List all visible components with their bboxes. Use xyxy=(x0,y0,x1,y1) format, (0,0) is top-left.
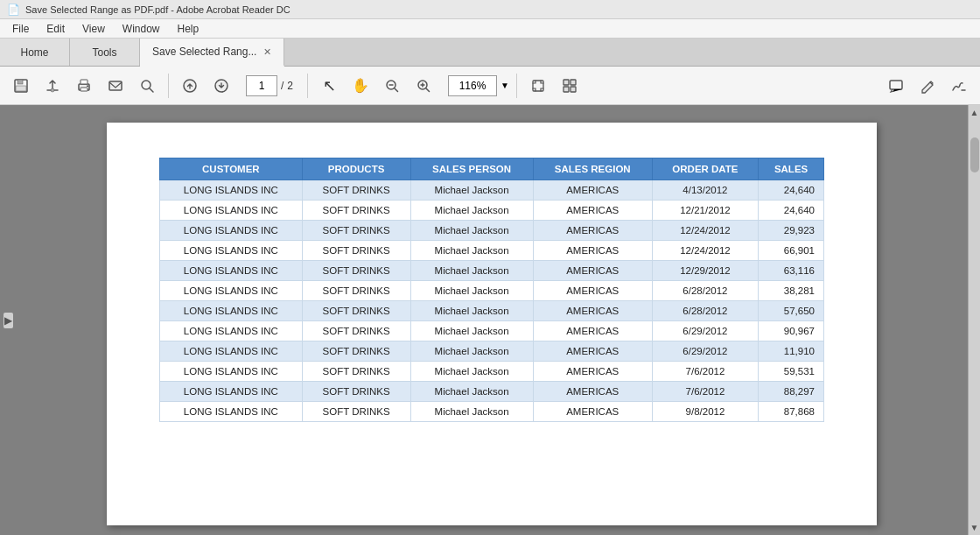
table-cell: LONG ISLANDS INC xyxy=(160,362,303,382)
table-row: LONG ISLANDS INCSOFT DRINKSMichael Jacks… xyxy=(160,341,824,362)
table-cell: AMERICAS xyxy=(533,362,652,382)
fit-page-button[interactable] xyxy=(524,72,552,100)
table-cell: 12/21/2012 xyxy=(652,201,758,221)
tab-close-icon[interactable]: ✕ xyxy=(263,46,271,58)
table-cell: LONG ISLANDS INC xyxy=(160,402,303,422)
table-cell: 24,640 xyxy=(759,180,824,201)
svg-line-10 xyxy=(150,88,153,92)
svg-rect-22 xyxy=(570,80,576,85)
table-cell: SOFT DRINKS xyxy=(302,382,410,402)
table-cell: 6/29/2012 xyxy=(652,321,758,341)
table-cell: Michael Jackson xyxy=(410,201,533,221)
tab-bar: Home Tools Save Selected Rang... ✕ xyxy=(0,39,980,67)
table-row: LONG ISLANDS INCSOFT DRINKSMichael Jacks… xyxy=(160,321,824,341)
table-cell: 59,531 xyxy=(759,362,824,382)
svg-rect-21 xyxy=(564,80,569,85)
scrollbar-thumb[interactable] xyxy=(970,137,979,172)
table-cell: Michael Jackson xyxy=(410,221,533,241)
page-separator: / xyxy=(281,80,284,92)
window-title: Save Selected Range as PDF.pdf - Adobe A… xyxy=(25,4,290,15)
table-cell: 11,910 xyxy=(759,341,824,362)
menu-window[interactable]: Window xyxy=(114,21,169,37)
toolbar-separator-3 xyxy=(516,74,517,98)
table-cell: 88,297 xyxy=(759,382,824,402)
table-cell: 87,868 xyxy=(759,402,824,422)
table-header-cell: SALES PERSON xyxy=(410,158,533,180)
page-down-button[interactable] xyxy=(207,72,235,100)
toolbar-separator-2 xyxy=(307,74,308,98)
table-cell: 90,967 xyxy=(759,321,824,341)
pdf-page: CUSTOMERPRODUCTSSALES PERSONSALES REGION… xyxy=(107,123,877,525)
table-cell: LONG ISLANDS INC xyxy=(160,321,303,341)
tab-home[interactable]: Home xyxy=(0,39,70,66)
scroll-down-button[interactable]: ▼ xyxy=(968,520,980,535)
svg-rect-7 xyxy=(87,85,88,87)
menu-view[interactable]: View xyxy=(74,21,114,37)
table-cell: AMERICAS xyxy=(533,402,652,422)
table-cell: 6/28/2012 xyxy=(652,301,758,321)
edit-button[interactable] xyxy=(914,72,942,100)
zoom-out-button[interactable] xyxy=(378,72,406,100)
sign-button[interactable] xyxy=(945,72,973,100)
hand-tool-button[interactable]: ✋ xyxy=(346,72,374,100)
app-icon: 📄 xyxy=(7,4,20,16)
table-cell: Michael Jackson xyxy=(410,402,533,422)
table-cell: Michael Jackson xyxy=(410,341,533,362)
table-cell: 6/29/2012 xyxy=(652,341,758,362)
table-cell: LONG ISLANDS INC xyxy=(160,180,303,201)
zoom-input[interactable] xyxy=(448,75,497,96)
email-button[interactable] xyxy=(102,72,130,100)
table-cell: 7/6/2012 xyxy=(652,362,758,382)
table-cell: 6/28/2012 xyxy=(652,281,758,301)
upload-button[interactable] xyxy=(38,72,66,100)
table-cell: SOFT DRINKS xyxy=(302,341,410,362)
table-cell: 7/6/2012 xyxy=(652,382,758,402)
save-button[interactable] xyxy=(7,72,35,100)
zoom-dropdown-arrow[interactable]: ▼ xyxy=(500,81,509,90)
page-total: 2 xyxy=(287,80,293,92)
data-table: CUSTOMERPRODUCTSSALES PERSONSALES REGION… xyxy=(159,158,824,422)
comment-button[interactable] xyxy=(882,72,910,100)
table-cell: SOFT DRINKS xyxy=(302,180,410,201)
pdf-viewport[interactable]: CUSTOMERPRODUCTSSALES PERSONSALES REGION… xyxy=(16,105,968,535)
zoom-in-button[interactable] xyxy=(410,72,438,100)
svg-rect-25 xyxy=(890,81,902,89)
menu-help[interactable]: Help xyxy=(169,21,208,37)
table-body: LONG ISLANDS INCSOFT DRINKSMichael Jacks… xyxy=(160,180,824,422)
table-row: LONG ISLANDS INCSOFT DRINKSMichael Jacks… xyxy=(160,221,824,241)
scrollbar[interactable]: ▲ ▼ xyxy=(968,105,980,535)
svg-rect-24 xyxy=(570,87,576,92)
table-header-cell: CUSTOMER xyxy=(160,158,303,180)
table-cell: 38,281 xyxy=(759,281,824,301)
menu-bar: File Edit View Window Help xyxy=(0,19,980,39)
menu-file[interactable]: File xyxy=(4,21,38,37)
table-cell: SOFT DRINKS xyxy=(302,402,410,422)
table-cell: Michael Jackson xyxy=(410,362,533,382)
svg-rect-20 xyxy=(533,81,543,91)
search-button[interactable] xyxy=(133,72,161,100)
table-cell: AMERICAS xyxy=(533,221,652,241)
thumbnail-view-button[interactable] xyxy=(556,72,584,100)
menu-edit[interactable]: Edit xyxy=(38,21,74,37)
tab-document[interactable]: Save Selected Rang... ✕ xyxy=(140,39,284,67)
table-cell: 57,650 xyxy=(759,301,824,321)
sidebar-toggle-button[interactable]: ▶ xyxy=(4,313,13,328)
scroll-up-button[interactable]: ▲ xyxy=(968,105,980,120)
page-navigation: / 2 xyxy=(246,75,293,96)
title-bar: 📄 Save Selected Range as PDF.pdf - Adobe… xyxy=(0,0,980,19)
page-number-input[interactable] xyxy=(246,75,277,96)
svg-rect-5 xyxy=(80,80,88,84)
svg-rect-6 xyxy=(80,88,88,91)
table-cell: Michael Jackson xyxy=(410,321,533,341)
table-cell: 4/13/2012 xyxy=(652,180,758,201)
table-cell: SOFT DRINKS xyxy=(302,201,410,221)
table-cell: SOFT DRINKS xyxy=(302,241,410,261)
page-up-button[interactable] xyxy=(176,72,204,100)
table-cell: LONG ISLANDS INC xyxy=(160,301,303,321)
svg-rect-1 xyxy=(18,80,23,84)
print-button[interactable] xyxy=(70,72,98,100)
select-tool-button[interactable]: ↖ xyxy=(315,72,343,100)
table-cell: LONG ISLANDS INC xyxy=(160,261,303,281)
table-cell: 63,116 xyxy=(759,261,824,281)
tab-tools[interactable]: Tools xyxy=(70,39,140,66)
